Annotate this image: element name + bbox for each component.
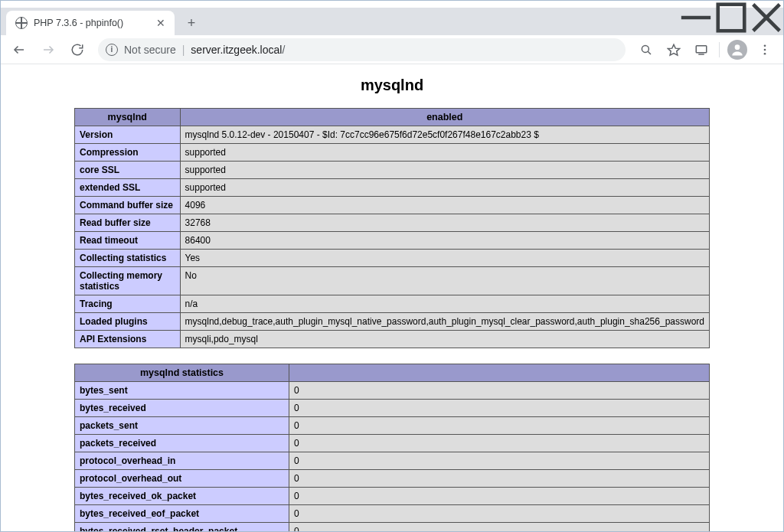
zoom-icon[interactable] — [633, 38, 659, 61]
back-button[interactable] — [6, 38, 32, 61]
tab-title: PHP 7.3.6 - phpinfo() — [34, 18, 149, 28]
new-tab-button[interactable]: + — [181, 12, 202, 34]
mysqlnd-statistics-table: mysqlnd statistics bytes_sent0bytes_rece… — [74, 364, 710, 532]
row-key: packets_received — [75, 435, 289, 452]
table-row: Compressionsupported — [75, 144, 710, 162]
row-key: bytes_received_eof_packet — [75, 505, 289, 523]
page-viewport[interactable]: mysqlnd mysqlnd enabled Versionmysqlnd 5… — [0, 64, 784, 532]
toolbar-separator — [719, 42, 720, 57]
row-key: core SSL — [75, 162, 181, 179]
row-value: supported — [180, 162, 709, 179]
svg-line-7 — [648, 51, 651, 54]
forward-button[interactable] — [35, 38, 61, 61]
table-row: Collecting statisticsYes — [75, 250, 710, 267]
row-value: 4096 — [180, 197, 709, 214]
svg-rect-1 — [718, 5, 745, 31]
close-tab-button[interactable]: ✕ — [155, 17, 167, 29]
stats-header: mysqlnd statistics — [75, 364, 289, 382]
profile-button[interactable] — [724, 38, 750, 61]
cast-icon[interactable] — [688, 38, 714, 61]
table-row: Command buffer size4096 — [75, 197, 710, 214]
row-key: packets_sent — [75, 417, 289, 435]
security-status: Not secure — [124, 44, 176, 56]
svg-marker-8 — [668, 44, 680, 55]
row-key: protocol_overhead_out — [75, 470, 289, 488]
row-value: 86400 — [180, 232, 709, 250]
row-value: n/a — [180, 295, 709, 313]
stats-header-blank — [289, 364, 710, 382]
table-row: bytes_sent0 — [75, 382, 710, 400]
toolbar-right — [633, 38, 778, 61]
table-row: Read buffer size32768 — [75, 214, 710, 232]
svg-point-13 — [764, 48, 766, 51]
reload-button[interactable] — [64, 38, 90, 61]
row-value: mysqlnd,debug_trace,auth_plugin_mysql_na… — [180, 313, 709, 331]
mysqlnd-table: mysqlnd enabled Versionmysqlnd 5.0.12-de… — [74, 108, 710, 348]
row-value: mysqlnd 5.0.12-dev - 20150407 - $Id: 7cc… — [180, 126, 709, 144]
row-key: bytes_received_ok_packet — [75, 488, 289, 505]
phpinfo-content: mysqlnd mysqlnd enabled Versionmysqlnd 5… — [74, 64, 710, 532]
row-value: 0 — [289, 523, 710, 533]
svg-point-14 — [764, 52, 766, 54]
table-row: Tracingn/a — [75, 295, 710, 313]
table-header-right: enabled — [180, 109, 709, 126]
row-value: mysqli,pdo_mysql — [180, 331, 709, 348]
table-row: protocol_overhead_in0 — [75, 452, 710, 470]
row-key: Tracing — [75, 295, 181, 313]
row-key: Read timeout — [75, 232, 181, 250]
globe-icon — [15, 17, 28, 29]
row-value: 0 — [289, 417, 710, 435]
row-key: bytes_received_rset_header_packet — [75, 523, 289, 533]
address-bar[interactable]: i Not secure | server.itzgeek.local/ — [98, 38, 626, 61]
table-row: Read timeout86400 — [75, 232, 710, 250]
row-value: 0 — [289, 505, 710, 523]
row-key: API Extensions — [75, 331, 181, 348]
row-value: 0 — [289, 435, 710, 452]
section-title: mysqlnd — [74, 77, 710, 94]
table-row: bytes_received0 — [75, 400, 710, 417]
window-title-bar — [0, 0, 784, 8]
window-controls — [678, 6, 784, 29]
svg-rect-9 — [696, 45, 707, 52]
maximize-button[interactable] — [714, 6, 749, 29]
row-value: 0 — [289, 382, 710, 400]
svg-point-12 — [764, 44, 766, 47]
table-row: Loaded pluginsmysqlnd,debug_trace,auth_p… — [75, 313, 710, 331]
address-divider: | — [182, 44, 185, 56]
row-key: Compression — [75, 144, 181, 162]
row-key: Read buffer size — [75, 214, 181, 232]
url-display: server.itzgeek.local/ — [191, 44, 285, 56]
bookmark-icon[interactable] — [661, 38, 687, 61]
row-key: bytes_received — [75, 400, 289, 417]
close-window-button[interactable] — [749, 6, 784, 29]
row-value: 0 — [289, 400, 710, 417]
row-key: extended SSL — [75, 179, 181, 197]
row-key: protocol_overhead_in — [75, 452, 289, 470]
browser-tab[interactable]: PHP 7.3.6 - phpinfo() ✕ — [6, 11, 175, 35]
row-value: Yes — [180, 250, 709, 267]
table-header-left: mysqlnd — [75, 109, 181, 126]
table-row: bytes_received_ok_packet0 — [75, 488, 710, 505]
table-row: bytes_received_rset_header_packet0 — [75, 523, 710, 533]
row-key: Collecting statistics — [75, 250, 181, 267]
row-value: 32768 — [180, 214, 709, 232]
row-key: Version — [75, 126, 181, 144]
svg-point-11 — [735, 44, 740, 50]
table-row: Versionmysqlnd 5.0.12-dev - 20150407 - $… — [75, 126, 710, 144]
row-value: 0 — [289, 488, 710, 505]
table-row: protocol_overhead_out0 — [75, 470, 710, 488]
row-key: Command buffer size — [75, 197, 181, 214]
table-row: API Extensionsmysqli,pdo_mysql — [75, 331, 710, 348]
info-icon: i — [106, 44, 118, 56]
row-value: 0 — [289, 470, 710, 488]
table-row: packets_sent0 — [75, 417, 710, 435]
row-value: 0 — [289, 452, 710, 470]
minimize-button[interactable] — [678, 6, 714, 29]
toolbar: i Not secure | server.itzgeek.local/ — [0, 35, 784, 64]
row-value: supported — [180, 144, 709, 162]
table-row: bytes_received_eof_packet0 — [75, 505, 710, 523]
menu-button[interactable] — [752, 38, 778, 61]
row-key: Collecting memory statistics — [75, 267, 181, 295]
svg-point-6 — [642, 45, 648, 52]
table-row: extended SSLsupported — [75, 179, 710, 197]
